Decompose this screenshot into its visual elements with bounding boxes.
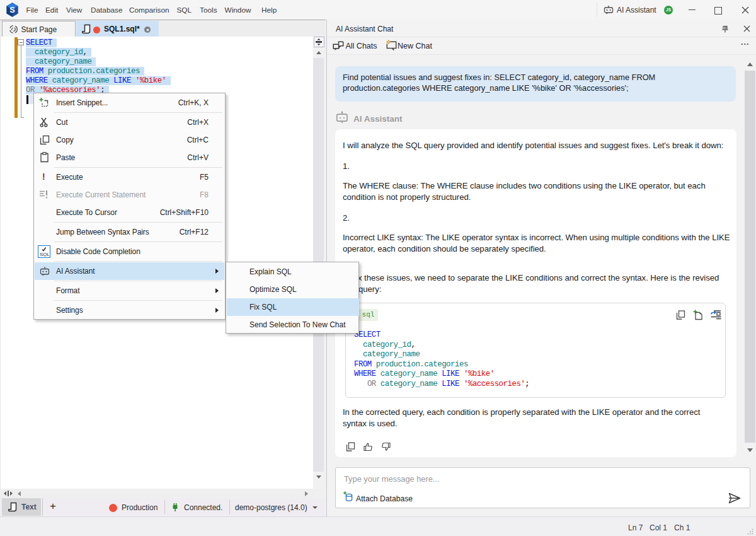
svg-text:SQL: SQL: [40, 251, 49, 257]
svg-text:S: S: [9, 5, 15, 15]
